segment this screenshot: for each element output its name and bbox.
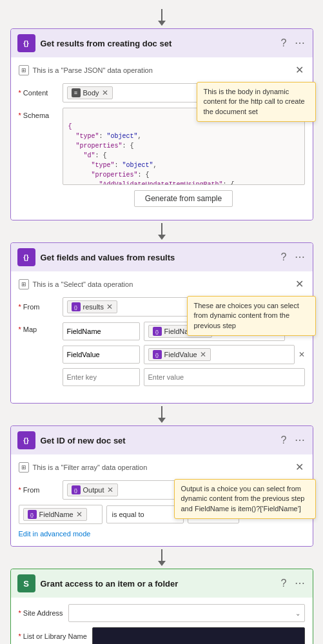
map-row-empty [63,368,305,386]
map-val-empty[interactable] [144,368,305,386]
card-select-header-left: {} Get fields and values from results [17,248,175,266]
tooltip-parse-json: This is the body in dynamic content for … [197,82,316,122]
library-input[interactable] [92,627,305,644]
select-more-icon[interactable]: ⋯ [293,251,306,264]
select-op-icon: ⊞ [19,279,29,289]
filter-op-icon: ⊞ [19,462,29,473]
map-row-close-2[interactable]: ✕ [299,350,305,359]
arrow-line-1 [161,223,162,235]
fieldvalue-text-2: FieldValue [164,351,197,358]
card-body-select: ⊞ This is a "Select" data operation ✕ Th… [11,271,313,403]
library-name-row: List or Library Name Id expression conve… [19,627,305,644]
fieldvalue-icon-2: {} [153,350,162,359]
grant-title: Grant access to an item or a folder [41,579,179,589]
generate-from-sample-button[interactable]: Generate from sample [134,190,233,207]
card-body-filter: ⊞ This is a "Filter array" data operatio… [11,454,313,546]
filter-header-right: ? ⋯ [280,434,306,447]
card-parse-json: {} Get results from creating doc set ? ⋯… [10,28,313,220]
content-label: Content [19,89,57,97]
body-tag: ≡ Body ✕ [67,86,113,99]
tooltip-filter-text: Output is a choice you can select from d… [181,485,305,512]
arrow-head-1 [158,235,166,240]
select-help-icon[interactable]: ? [280,251,288,264]
grant-header-right: ? ⋯ [280,577,306,590]
map-key-empty[interactable] [63,368,140,386]
filter-operator-value: is equal to [112,511,144,518]
tooltip-select: These are choices you can select from dy… [187,296,316,336]
select-op-label: ⊞ This is a "Select" data operation ✕ [19,278,305,291]
library-name-label: List or Library Name [19,632,87,640]
parse-json-icon: {} [17,34,35,52]
arrow-line-3 [161,549,162,561]
operation-label: ⊞ This is a "Parse JSON" data operation … [19,64,305,77]
arrow-head-3 [158,561,166,566]
filter-title: Get ID of new doc set [41,436,126,445]
schema-label: Schema [19,112,57,119]
fieldvalue-close-2[interactable]: ✕ [200,350,206,359]
card-body-grant: Site Address ⌄ List or Library Name Id e… [11,598,313,644]
results-tag-text: results [83,303,104,311]
tooltip-text: This is the body in dynamic content for … [204,88,305,115]
card-filter: {} Get ID of new doc set ? ⋯ ⊞ This is a… [10,425,313,547]
body-tag-text: Body [83,89,99,97]
select-op-text: This is a "Select" data operation [33,280,133,288]
op-text: This is a "Parse JSON" data operation [33,66,153,74]
select-close-icon[interactable]: ✕ [294,278,305,291]
filter-fieldname-text: FieldName [39,511,73,518]
output-tag-text: Output [83,486,104,494]
arrow-1 [158,223,166,240]
map-val-2[interactable]: {} FieldValue ✕ [144,345,295,364]
body-tag-icon: ≡ [72,88,81,97]
adv-link[interactable]: Edit in advanced mode [19,530,91,538]
filter-more-icon[interactable]: ⋯ [293,434,306,447]
arrow-head-2 [158,418,166,423]
select-icon: {} [17,248,35,266]
card-select: {} Get fields and values from results ? … [10,242,313,404]
sharepoint-icon: S [17,574,35,592]
site-address-label: Site Address [19,609,63,617]
more-icon[interactable]: ⋯ [293,37,306,50]
map-key-2[interactable] [63,346,140,364]
grant-header-left: S Grant access to an item or a folder [17,574,179,592]
card-body-parse-json: ⊞ This is a "Parse JSON" data operation … [11,57,313,220]
results-tag: {} results ✕ [67,300,117,313]
filter-fieldname-close[interactable]: ✕ [76,510,83,519]
op-icon: ⊞ [19,65,29,75]
filter-field-input[interactable]: {} FieldName ✕ [19,505,103,524]
filter-fieldname-tag: {} FieldName ✕ [23,508,87,521]
card-header-parse-json: {} Get results from creating doc set ? ⋯ [11,29,313,57]
body-tag-close[interactable]: ✕ [102,88,108,97]
tooltip-select-text: These are choices you can select from dy… [194,302,299,329]
fieldname-icon-1: {} [153,327,162,336]
output-tag-close[interactable]: ✕ [107,485,113,494]
output-tag-icon: {} [72,485,81,494]
results-tag-icon: {} [72,302,81,311]
filter-operator-dropdown[interactable]: is equal to ⌄ [106,505,184,523]
from-label: From [19,303,57,311]
adv-link-container: Edit in advanced mode [19,529,305,538]
filter-close-icon[interactable]: ✕ [294,461,305,474]
card-header-left: {} Get results from creating doc set [17,34,172,52]
grant-more-icon[interactable]: ⋯ [293,577,306,590]
parse-json-title: Get results from creating doc set [41,39,172,48]
map-key-1[interactable] [63,322,140,340]
results-tag-close[interactable]: ✕ [106,302,113,311]
filter-help-icon[interactable]: ? [280,434,288,447]
map-row-2: {} FieldValue ✕ ✕ [63,345,305,364]
site-address-input[interactable]: ⌄ [68,604,305,622]
grant-help-icon[interactable]: ? [280,577,288,590]
arrow-head [158,21,166,26]
close-icon[interactable]: ✕ [294,64,305,77]
card-header-select: {} Get fields and values from results ? … [11,243,313,271]
select-title: Get fields and values from results [41,253,175,262]
output-tag: {} Output ✕ [67,483,118,496]
filter-from-label: From [19,486,57,494]
help-icon[interactable]: ? [280,37,288,50]
arrow-line [161,9,162,21]
fieldvalue-tag-2: {} FieldValue ✕ [148,348,211,361]
schema-field-row: Schema { "type": "object", "properties":… [19,108,305,207]
arrow-3 [158,549,166,566]
map-label: Map [19,326,57,333]
tooltip-filter: Output is a choice you can select from d… [174,479,316,519]
arrow-2 [158,406,166,423]
